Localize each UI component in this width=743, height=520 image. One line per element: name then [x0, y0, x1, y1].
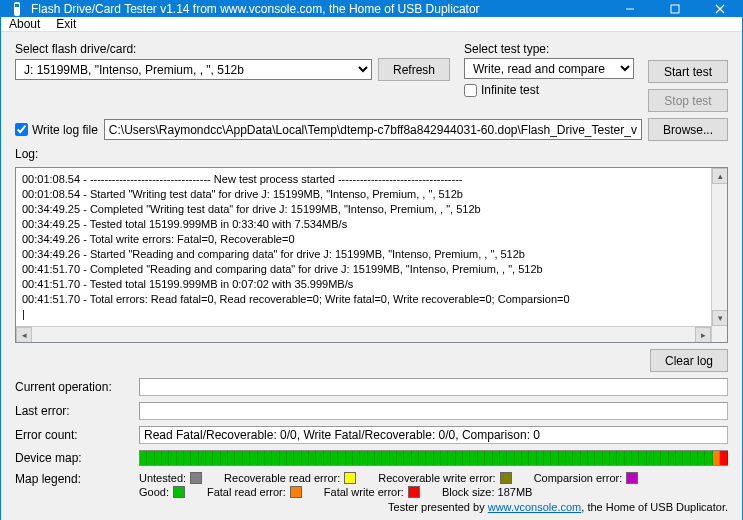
footer-link[interactable]: www.vconsole.com [488, 501, 582, 513]
start-test-button[interactable]: Start test [648, 60, 728, 83]
test-type-select[interactable]: Write, read and compare [464, 58, 634, 79]
error-count-label: Error count: [15, 428, 135, 442]
close-button[interactable] [697, 1, 742, 17]
log-textarea[interactable]: 00:01:08.54 - --------------------------… [15, 167, 728, 343]
clear-log-button[interactable]: Clear log [650, 349, 728, 372]
device-map-label: Device map: [15, 451, 135, 465]
svg-rect-1 [15, 4, 19, 7]
log-line: 00:34:49.26 - Total write errors: Fatal=… [22, 232, 705, 247]
swatch-good [173, 486, 185, 498]
swatch-comparison [626, 472, 638, 484]
swatch-recov-write [500, 472, 512, 484]
log-line: 00:41:51.70 - Completed "Reading and com… [22, 262, 705, 277]
infinite-test-label: Infinite test [481, 83, 539, 97]
app-icon [9, 1, 25, 17]
log-label: Log: [15, 147, 728, 161]
log-line: 00:34:49.25 - Completed "Writing test da… [22, 202, 705, 217]
stop-test-button[interactable]: Stop test [648, 89, 728, 112]
scrollbar-vertical[interactable]: ▴ ▾ [711, 168, 727, 342]
write-log-checkbox[interactable] [15, 123, 28, 136]
scrollbar-horizontal[interactable]: ◂ ▸ [16, 326, 711, 342]
write-log-label: Write log file [32, 123, 98, 137]
svg-rect-3 [671, 5, 679, 13]
menubar: About Exit [1, 17, 742, 32]
log-path-input[interactable] [104, 119, 642, 140]
swatch-recov-read [344, 472, 356, 484]
current-op-label: Current operation: [15, 380, 135, 394]
log-line: 00:01:08.54 - Started "Writing test data… [22, 187, 705, 202]
drive-select[interactable]: J: 15199MB, "Intenso, Premium, , ", 512b [15, 59, 372, 80]
log-line: 00:34:49.25 - Tested total 15199.999MB i… [22, 217, 705, 232]
current-op-value [139, 378, 728, 396]
refresh-button[interactable]: Refresh [378, 58, 450, 81]
block-size-label: Block size: 187MB [442, 486, 532, 498]
error-count-value: Read Fatal/Recoverable: 0/0, Write Fatal… [139, 426, 728, 444]
browse-button[interactable]: Browse... [648, 118, 728, 141]
swatch-untested [190, 472, 202, 484]
menu-about[interactable]: About [9, 17, 40, 31]
log-line: 00:41:51.70 - Tested total 15199.999MB i… [22, 277, 705, 292]
log-line: 00:34:49.26 - Started "Reading and compa… [22, 247, 705, 262]
infinite-test-checkbox[interactable] [464, 84, 477, 97]
minimize-button[interactable] [607, 1, 652, 17]
titlebar: Flash Drive/Card Tester v1.14 from www.v… [1, 1, 742, 17]
map-legend-label: Map legend: [15, 472, 135, 486]
swatch-fatal-read [290, 486, 302, 498]
window-title: Flash Drive/Card Tester v1.14 from www.v… [31, 2, 607, 16]
log-line: 00:01:08.54 - --------------------------… [22, 172, 705, 187]
swatch-fatal-write [408, 486, 420, 498]
menu-exit[interactable]: Exit [56, 17, 76, 31]
last-error-label: Last error: [15, 404, 135, 418]
maximize-button[interactable] [652, 1, 697, 17]
last-error-value [139, 402, 728, 420]
log-line: 00:41:51.70 - Total errors: Read fatal=0… [22, 292, 705, 307]
select-test-label: Select test type: [464, 42, 549, 56]
footer-note: Tester presented by www.vconsole.com, th… [139, 500, 728, 514]
select-drive-label: Select flash drive/card: [15, 42, 136, 56]
device-map [139, 450, 728, 466]
